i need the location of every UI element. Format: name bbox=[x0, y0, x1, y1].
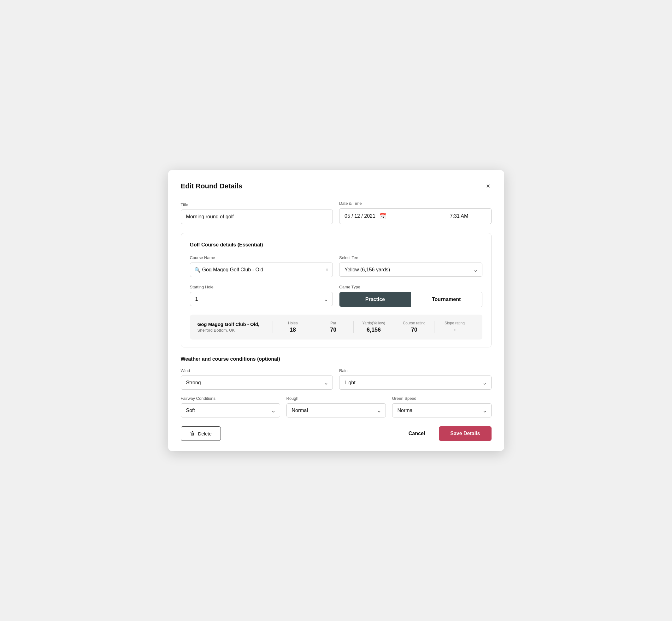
green-speed-wrap: Slow Normal Fast ⌄ bbox=[392, 403, 492, 417]
starting-hole-wrap: 1234 5678 910 ⌄ bbox=[190, 292, 333, 306]
slope-rating-value: - bbox=[439, 327, 469, 333]
date-box[interactable]: 05 / 12 / 2021 📅 bbox=[339, 208, 427, 224]
select-tee-label: Select Tee bbox=[339, 255, 482, 260]
course-rating-label: Course rating bbox=[399, 321, 429, 325]
wind-rain-row: Wind None Light Moderate Strong ⌄ Rain N… bbox=[181, 368, 492, 390]
rain-dropdown[interactable]: None Light Moderate Heavy bbox=[339, 375, 492, 390]
title-field-group: Title bbox=[181, 202, 333, 224]
fairway-dropdown[interactable]: Soft Normal Hard bbox=[181, 403, 280, 417]
green-speed-label: Green Speed bbox=[392, 396, 492, 401]
select-tee-wrap: Yellow (6,156 yards) Red White Blue ⌄ bbox=[339, 262, 482, 277]
title-input[interactable] bbox=[181, 210, 333, 224]
yards-label: Yards(Yellow) bbox=[359, 321, 389, 325]
footer-right: Cancel Save Details bbox=[402, 426, 492, 441]
course-section-title: Golf Course details (Essential) bbox=[190, 242, 482, 248]
rough-group: Rough Soft Normal Hard ⌄ bbox=[287, 396, 386, 417]
fairway-group: Fairway Conditions Soft Normal Hard ⌄ bbox=[181, 396, 280, 417]
delete-button[interactable]: 🗑 Delete bbox=[181, 426, 221, 441]
conditions-row: Fairway Conditions Soft Normal Hard ⌄ Ro… bbox=[181, 396, 492, 417]
course-rating-stat: Course rating 70 bbox=[394, 321, 434, 333]
yards-stat: Yards(Yellow) 6,156 bbox=[353, 321, 394, 333]
game-type-toggle: Practice Tournament bbox=[339, 292, 482, 307]
datetime-field-group: Date & Time 05 / 12 / 2021 📅 7:31 AM bbox=[339, 201, 492, 224]
green-speed-group: Green Speed Slow Normal Fast ⌄ bbox=[392, 396, 492, 417]
par-label: Par bbox=[318, 321, 348, 325]
wind-wrap: None Light Moderate Strong ⌄ bbox=[181, 375, 333, 390]
slope-rating-stat: Slope rating - bbox=[434, 321, 474, 333]
rain-label: Rain bbox=[339, 368, 492, 373]
wind-label: Wind bbox=[181, 368, 333, 373]
save-button[interactable]: Save Details bbox=[439, 426, 491, 441]
game-type-label: Game Type bbox=[339, 285, 482, 289]
course-name-input[interactable] bbox=[190, 262, 333, 277]
course-name-group: Course Name 🔍 × bbox=[190, 255, 333, 277]
cancel-button[interactable]: Cancel bbox=[402, 427, 431, 441]
course-info-name: Gog Magog Golf Club - Old, Shelford Bott… bbox=[198, 322, 272, 333]
par-stat: Par 70 bbox=[313, 321, 353, 333]
modal-header: Edit Round Details × bbox=[181, 181, 492, 191]
time-value: 7:31 AM bbox=[450, 213, 468, 219]
green-speed-dropdown[interactable]: Slow Normal Fast bbox=[392, 403, 492, 417]
tournament-toggle-button[interactable]: Tournament bbox=[411, 292, 482, 307]
datetime-label: Date & Time bbox=[339, 201, 492, 206]
course-name-input-wrap: 🔍 × bbox=[190, 262, 333, 277]
weather-section: Weather and course conditions (optional)… bbox=[181, 356, 492, 417]
course-full-name: Gog Magog Golf Club - Old, bbox=[198, 322, 272, 327]
time-box[interactable]: 7:31 AM bbox=[427, 208, 492, 224]
select-tee-dropdown[interactable]: Yellow (6,156 yards) Red White Blue bbox=[339, 262, 482, 277]
title-datetime-row: Title Date & Time 05 / 12 / 2021 📅 7:31 … bbox=[181, 201, 492, 224]
rough-dropdown[interactable]: Soft Normal Hard bbox=[287, 403, 386, 417]
holes-stat: Holes 18 bbox=[272, 321, 313, 333]
weather-section-title: Weather and course conditions (optional) bbox=[181, 356, 492, 362]
delete-label: Delete bbox=[198, 431, 212, 437]
starting-hole-dropdown[interactable]: 1234 5678 910 bbox=[190, 292, 333, 306]
date-value: 05 / 12 / 2021 bbox=[344, 213, 375, 219]
hole-gametype-row: Starting Hole 1234 5678 910 ⌄ Game Type … bbox=[190, 285, 482, 307]
select-tee-group: Select Tee Yellow (6,156 yards) Red Whit… bbox=[339, 255, 482, 277]
slope-rating-label: Slope rating bbox=[439, 321, 469, 325]
modal-title: Edit Round Details bbox=[181, 182, 243, 190]
footer-row: 🗑 Delete Cancel Save Details bbox=[181, 426, 492, 441]
fairway-wrap: Soft Normal Hard ⌄ bbox=[181, 403, 280, 417]
search-icon: 🔍 bbox=[194, 267, 201, 273]
title-label: Title bbox=[181, 202, 333, 207]
trash-icon: 🗑 bbox=[190, 431, 195, 437]
starting-hole-group: Starting Hole 1234 5678 910 ⌄ bbox=[190, 285, 333, 307]
fairway-label: Fairway Conditions bbox=[181, 396, 280, 401]
course-name-label: Course Name bbox=[190, 255, 333, 260]
datetime-row: 05 / 12 / 2021 📅 7:31 AM bbox=[339, 208, 492, 224]
holes-label: Holes bbox=[278, 321, 308, 325]
par-value: 70 bbox=[318, 327, 348, 333]
calendar-icon: 📅 bbox=[379, 213, 386, 220]
course-rating-value: 70 bbox=[399, 327, 429, 333]
holes-value: 18 bbox=[278, 327, 308, 333]
edit-round-modal: Edit Round Details × Title Date & Time 0… bbox=[168, 170, 504, 451]
yards-value: 6,156 bbox=[359, 327, 389, 333]
close-button[interactable]: × bbox=[485, 181, 492, 191]
practice-toggle-button[interactable]: Practice bbox=[339, 292, 411, 307]
starting-hole-label: Starting Hole bbox=[190, 285, 333, 289]
course-tee-row: Course Name 🔍 × Select Tee Yellow (6,156… bbox=[190, 255, 482, 277]
course-location: Shelford Bottom, UK bbox=[198, 328, 272, 333]
rough-label: Rough bbox=[287, 396, 386, 401]
rain-wrap: None Light Moderate Heavy ⌄ bbox=[339, 375, 492, 390]
clear-icon[interactable]: × bbox=[326, 267, 328, 273]
rough-wrap: Soft Normal Hard ⌄ bbox=[287, 403, 386, 417]
course-section: Golf Course details (Essential) Course N… bbox=[181, 233, 492, 347]
rain-group: Rain None Light Moderate Heavy ⌄ bbox=[339, 368, 492, 390]
wind-group: Wind None Light Moderate Strong ⌄ bbox=[181, 368, 333, 390]
game-type-group: Game Type Practice Tournament bbox=[339, 285, 482, 307]
course-info-box: Gog Magog Golf Club - Old, Shelford Bott… bbox=[190, 315, 482, 339]
wind-dropdown[interactable]: None Light Moderate Strong bbox=[181, 375, 333, 390]
